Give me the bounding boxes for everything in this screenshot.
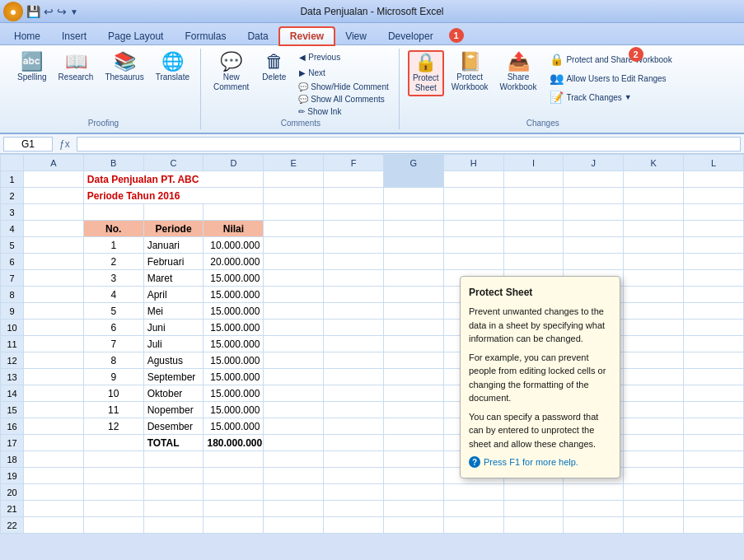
cell-nilai-1[interactable]: 10.000.000 (204, 237, 264, 254)
cell-k2[interactable] (624, 188, 684, 204)
track-changes-dropdown[interactable]: ▼ (625, 93, 632, 101)
tab-view[interactable]: View (335, 26, 377, 44)
cell-j2[interactable] (564, 188, 624, 204)
cell-i1[interactable] (503, 171, 564, 188)
cell-no-1[interactable]: 1 (83, 237, 143, 254)
tab-review[interactable]: Review (279, 27, 335, 45)
next-icon: ▶ (299, 68, 306, 77)
table-row: 3 (1, 204, 744, 221)
cell-l2[interactable] (684, 188, 744, 204)
group-comments: 💬 NewComment 🗑 Delete ◀ Previous ▶ Next (203, 49, 400, 129)
redo-icon[interactable]: ↪ (57, 5, 67, 18)
header-no[interactable]: No. (83, 221, 143, 237)
cell-a1[interactable] (24, 171, 84, 188)
spelling-button[interactable]: 🔤 Spelling (13, 50, 51, 84)
new-comment-icon: 💬 (220, 53, 242, 71)
table-row: 16 12 Desember 15.000.000 (1, 418, 744, 435)
cell-total-value[interactable]: 180.000.000 (204, 435, 264, 451)
cell-total-label[interactable]: TOTAL (143, 435, 204, 451)
formula-icon: ƒx (56, 138, 73, 150)
tab-pagelayout[interactable]: Page Layout (97, 26, 174, 44)
show-hide-icon: 💬 (298, 82, 308, 91)
thesaurus-icon: 📚 (114, 53, 136, 71)
thesaurus-button[interactable]: 📚 Thesaurus (101, 50, 147, 84)
corner-header (1, 155, 24, 171)
spelling-icon: 🔤 (21, 53, 43, 71)
protect-workbook-icon: 📔 (459, 53, 481, 71)
row-num-1: 1 (1, 171, 24, 188)
protect-share-icon: 🔒 (550, 53, 564, 66)
cell-periode-2[interactable]: Februari (143, 254, 204, 270)
cell-l1[interactable] (684, 171, 744, 188)
translate-button[interactable]: 🌐 Translate (152, 50, 194, 84)
cell-j1[interactable] (564, 171, 624, 188)
share-workbook-button[interactable]: 📤 ShareWorkbook (496, 50, 541, 95)
cell-periode-1[interactable]: Januari (143, 237, 204, 254)
tab-home[interactable]: Home (3, 26, 51, 44)
protect-workbook-button[interactable]: 📔 ProtectWorkbook (447, 50, 493, 95)
col-header-k: K (624, 155, 684, 171)
tab-developer[interactable]: Developer (377, 26, 444, 44)
cell-f1[interactable] (324, 171, 384, 188)
research-button[interactable]: 📖 Research (54, 50, 98, 84)
table-row: 17 TOTAL 180.000.000 (1, 435, 744, 451)
previous-button[interactable]: ◀ Previous (295, 50, 391, 64)
office-button[interactable]: ● (3, 2, 23, 21)
show-ink-button[interactable]: ✏ Show Ink (295, 106, 391, 117)
row-num-2: 2 (1, 188, 24, 204)
tab-insert[interactable]: Insert (51, 26, 97, 44)
header-nilai[interactable]: Nilai (204, 221, 264, 237)
table-row: 14 10 Oktober 15.000.000 (1, 385, 744, 402)
col-header-d: D (204, 155, 264, 171)
track-changes-button[interactable]: 📝 Track Changes ▼ (544, 88, 637, 106)
tooltip-para1: Prevent unwanted changes to the data in … (469, 305, 611, 346)
undo-icon[interactable]: ↩ (44, 5, 54, 18)
next-button[interactable]: ▶ Next (295, 66, 391, 80)
title-bar: ● 💾 ↩ ↪ ▼ Data Penjualan - Microsoft Exc… (0, 0, 744, 23)
table-row: 2 Periode Tahun 2016 (1, 188, 744, 204)
cell-b2[interactable]: Periode Tahun 2016 (83, 188, 263, 204)
cell-g2[interactable] (383, 188, 443, 204)
cell-e1[interactable] (264, 171, 324, 188)
table-row: 1 Data Penjualan PT. ABC (1, 171, 744, 188)
cell-reference[interactable] (3, 137, 53, 152)
header-periode[interactable]: Periode (143, 221, 204, 237)
tooltip-para3: You can specify a password that can by e… (469, 410, 611, 451)
proofing-label: Proofing (88, 117, 119, 128)
protect-share-button[interactable]: 🔒 Protect and Share Workbook (544, 50, 677, 68)
protect-sheet-icon: 🔒 (414, 54, 437, 72)
group-proofing: 🔤 Spelling 📖 Research 📚 Thesaurus 🌐 Tran… (7, 49, 201, 129)
share-workbook-icon: 📤 (508, 53, 530, 71)
cell-e2[interactable] (264, 188, 324, 204)
cell-no-2[interactable]: 2 (83, 254, 143, 270)
cell-k1[interactable] (624, 171, 684, 188)
cell-h1[interactable] (443, 171, 503, 188)
col-header-e: E (264, 155, 324, 171)
tooltip-help: ? Press F1 for more help. (469, 455, 611, 469)
show-all-button[interactable]: 💬 Show All Comments (295, 94, 391, 105)
tooltip-para2: For example, you can prevent people from… (469, 351, 611, 405)
tab-data[interactable]: Data (236, 26, 278, 44)
table-row: 13 9 September 15.000.000 (1, 369, 744, 385)
protect-sheet-button[interactable]: 🔒 ProtectSheet (408, 50, 444, 96)
cell-a2[interactable] (24, 188, 84, 204)
cell-h2[interactable] (443, 188, 503, 204)
more-icon[interactable]: ▼ (70, 7, 78, 16)
spreadsheet-container: A B C D E F G H I J K L (0, 154, 744, 560)
cell-i2[interactable] (503, 188, 564, 204)
tab-formulas[interactable]: Formulas (174, 26, 236, 44)
delete-comment-button[interactable]: 🗑 Delete (258, 50, 290, 84)
allow-users-button[interactable]: 👥 Allow Users to Edit Ranges (544, 69, 671, 87)
quick-access-toolbar: 💾 ↩ ↪ ▼ (26, 5, 78, 18)
show-hide-button[interactable]: 💬 Show/Hide Comment (295, 82, 391, 92)
annotation-1: 1 (449, 28, 464, 43)
col-header-c: C (143, 155, 204, 171)
new-comment-button[interactable]: 💬 NewComment (209, 50, 253, 95)
cell-g1[interactable] (383, 171, 443, 188)
cell-b1[interactable]: Data Penjualan PT. ABC (83, 171, 263, 188)
save-icon[interactable]: 💾 (26, 5, 40, 18)
cell-nilai-2[interactable]: 20.000.000 (204, 254, 264, 270)
formula-input[interactable] (77, 137, 741, 152)
table-row: 15 11 Nopember 15.000.000 (1, 402, 744, 418)
cell-f2[interactable] (324, 188, 384, 204)
